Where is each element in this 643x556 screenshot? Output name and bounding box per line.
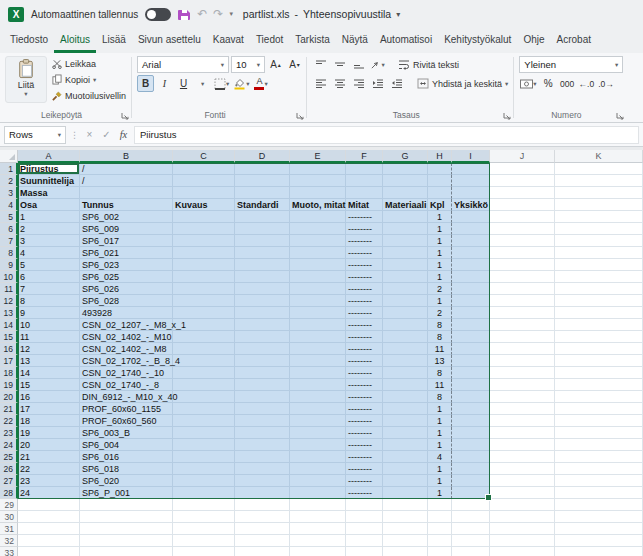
- cell-G19[interactable]: [383, 379, 428, 391]
- cell-A6[interactable]: 2: [18, 223, 80, 235]
- cell-C28[interactable]: [173, 487, 235, 499]
- cell-E31[interactable]: [290, 523, 346, 535]
- cell-F9[interactable]: --------: [346, 259, 383, 271]
- cell-A14[interactable]: 10: [18, 319, 80, 331]
- cell-J22[interactable]: [490, 415, 555, 427]
- row-header-7[interactable]: 7: [0, 235, 18, 247]
- cell-C22[interactable]: [173, 415, 235, 427]
- cell-F31[interactable]: [346, 523, 383, 535]
- cell-C13[interactable]: [173, 307, 235, 319]
- column-header-I[interactable]: I: [452, 150, 490, 163]
- cell-F14[interactable]: --------: [346, 319, 383, 331]
- cell-D27[interactable]: [235, 475, 290, 487]
- cell-C11[interactable]: [173, 283, 235, 295]
- cell-D31[interactable]: [235, 523, 290, 535]
- cell-J31[interactable]: [490, 523, 555, 535]
- cell-I32[interactable]: [452, 535, 490, 547]
- cell-E33[interactable]: [290, 547, 346, 556]
- cell-G11[interactable]: [383, 283, 428, 295]
- cell-B10[interactable]: SP6_025: [80, 271, 173, 283]
- cell-A24[interactable]: 20: [18, 439, 80, 451]
- italic-button[interactable]: I: [156, 75, 173, 92]
- cell-J32[interactable]: [490, 535, 555, 547]
- increase-indent-button[interactable]: [388, 75, 405, 92]
- cell-B11[interactable]: SP6_026: [80, 283, 173, 295]
- column-header-B[interactable]: B: [80, 150, 173, 163]
- cell-G13[interactable]: [383, 307, 428, 319]
- column-header-K[interactable]: K: [555, 150, 643, 163]
- cell-G24[interactable]: [383, 439, 428, 451]
- cell-I17[interactable]: [452, 355, 490, 367]
- cell-A18[interactable]: 14: [18, 367, 80, 379]
- cell-E11[interactable]: [290, 283, 346, 295]
- cell-E27[interactable]: [290, 475, 346, 487]
- cell-B19[interactable]: CSN_02_1740_-_8: [80, 379, 173, 391]
- cell-A2[interactable]: Suunnittelija: [18, 175, 80, 187]
- cell-I26[interactable]: [452, 463, 490, 475]
- cell-B25[interactable]: SP6_016: [80, 451, 173, 463]
- cell-K25[interactable]: [555, 451, 643, 463]
- cell-A28[interactable]: 24: [18, 487, 80, 499]
- cell-F29[interactable]: [346, 499, 383, 511]
- row-header-26[interactable]: 26: [0, 463, 18, 475]
- cell-E3[interactable]: [290, 187, 346, 199]
- cell-I4[interactable]: Yksikkö: [452, 199, 490, 211]
- row-header-31[interactable]: 31: [0, 523, 18, 535]
- cell-F3[interactable]: [346, 187, 383, 199]
- cell-D25[interactable]: [235, 451, 290, 463]
- cell-F10[interactable]: --------: [346, 271, 383, 283]
- cell-A4[interactable]: Osa: [18, 199, 80, 211]
- cell-E15[interactable]: [290, 331, 346, 343]
- align-center-button[interactable]: [331, 75, 348, 92]
- cell-G4[interactable]: Materiaali: [383, 199, 428, 211]
- cell-A11[interactable]: 7: [18, 283, 80, 295]
- row-header-11[interactable]: 11: [0, 283, 18, 295]
- cell-I19[interactable]: [452, 379, 490, 391]
- cell-K27[interactable]: [555, 475, 643, 487]
- cell-E25[interactable]: [290, 451, 346, 463]
- cell-I8[interactable]: [452, 247, 490, 259]
- font-color-button[interactable]: A ▾: [253, 75, 270, 92]
- cell-D9[interactable]: [235, 259, 290, 271]
- cell-F17[interactable]: --------: [346, 355, 383, 367]
- cell-J28[interactable]: [490, 487, 555, 499]
- cell-C10[interactable]: [173, 271, 235, 283]
- cell-B9[interactable]: SP6_023: [80, 259, 173, 271]
- cell-C26[interactable]: [173, 463, 235, 475]
- cell-H13[interactable]: 2: [428, 307, 452, 319]
- cell-E1[interactable]: [290, 163, 346, 175]
- cell-I3[interactable]: [452, 187, 490, 199]
- cell-D11[interactable]: [235, 283, 290, 295]
- cell-J15[interactable]: [490, 331, 555, 343]
- cell-E12[interactable]: [290, 295, 346, 307]
- cell-H24[interactable]: 1: [428, 439, 452, 451]
- cell-H32[interactable]: [428, 535, 452, 547]
- cell-F11[interactable]: --------: [346, 283, 383, 295]
- cell-I28[interactable]: [452, 487, 490, 499]
- cell-E13[interactable]: [290, 307, 346, 319]
- cell-K20[interactable]: [555, 391, 643, 403]
- cell-H17[interactable]: 13: [428, 355, 452, 367]
- cell-H23[interactable]: 1: [428, 427, 452, 439]
- cell-B8[interactable]: SP6_021: [80, 247, 173, 259]
- row-header-1[interactable]: 1: [0, 163, 18, 175]
- cell-H15[interactable]: 8: [428, 331, 452, 343]
- number-dialog-launcher[interactable]: [616, 112, 624, 120]
- cell-A31[interactable]: [18, 523, 80, 535]
- cancel-entry-button[interactable]: ×: [83, 129, 96, 140]
- cell-K8[interactable]: [555, 247, 643, 259]
- align-right-button[interactable]: [350, 75, 367, 92]
- decrease-font-size-button[interactable]: A▾: [286, 56, 303, 73]
- cell-I22[interactable]: [452, 415, 490, 427]
- cell-A19[interactable]: 15: [18, 379, 80, 391]
- percent-style-button[interactable]: %: [540, 75, 557, 92]
- cell-F26[interactable]: --------: [346, 463, 383, 475]
- cell-G31[interactable]: [383, 523, 428, 535]
- cell-D2[interactable]: [235, 175, 290, 187]
- cell-F25[interactable]: --------: [346, 451, 383, 463]
- cell-F12[interactable]: --------: [346, 295, 383, 307]
- cell-K31[interactable]: [555, 523, 643, 535]
- cell-I9[interactable]: [452, 259, 490, 271]
- cell-K10[interactable]: [555, 271, 643, 283]
- column-header-J[interactable]: J: [490, 150, 555, 163]
